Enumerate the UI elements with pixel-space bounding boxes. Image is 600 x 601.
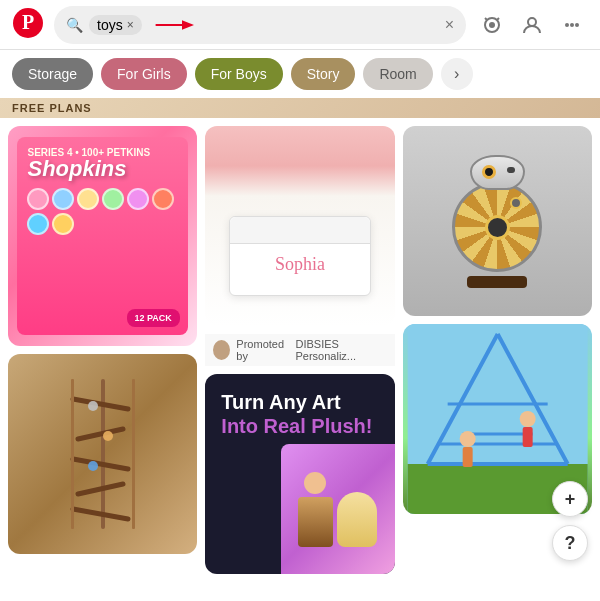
grid-item-shopkins[interactable]: SERIES 4 • 100+ PETKINS Shopkins 12 PACK bbox=[8, 126, 197, 346]
figure-1 bbox=[27, 188, 49, 210]
bb8-head bbox=[470, 155, 525, 190]
promoted-avatar bbox=[213, 340, 230, 360]
bb8-detail bbox=[510, 197, 522, 209]
svg-point-22 bbox=[88, 461, 98, 471]
svg-point-20 bbox=[88, 401, 98, 411]
figure-5 bbox=[127, 188, 149, 210]
filter-tag-story[interactable]: Story bbox=[291, 58, 356, 90]
sophia-label: Sophia bbox=[230, 254, 370, 275]
figure-4 bbox=[102, 188, 124, 210]
messages-icon[interactable] bbox=[556, 9, 588, 41]
svg-rect-18 bbox=[71, 379, 74, 529]
svg-point-21 bbox=[103, 431, 113, 441]
bb8-eye bbox=[482, 165, 496, 179]
svg-point-8 bbox=[528, 18, 536, 26]
profile-icon[interactable] bbox=[516, 9, 548, 41]
grid-item-plush-ad[interactable]: Turn Any Art Into Real Plush! bbox=[205, 374, 394, 574]
search-bar[interactable]: 🔍 toys × × bbox=[54, 6, 466, 44]
figure-8 bbox=[52, 213, 74, 235]
plush-figure bbox=[337, 492, 377, 547]
shopkins-badge: 12 PACK bbox=[127, 309, 180, 327]
plush-ad-highlight: Into Real Plush! bbox=[221, 415, 372, 437]
toy-box: Sophia bbox=[229, 216, 371, 296]
grid-item-bb8[interactable] bbox=[403, 126, 592, 316]
free-plans-banner: FREE PLANS bbox=[0, 98, 600, 118]
figure-2 bbox=[52, 188, 74, 210]
grid-item-marble-run[interactable] bbox=[8, 354, 197, 554]
fab-container: + ? bbox=[552, 481, 588, 561]
promoted-name: DIBSIES Personaliz... bbox=[296, 338, 387, 362]
svg-rect-34 bbox=[462, 447, 472, 467]
svg-line-13 bbox=[73, 399, 128, 409]
help-fab-button[interactable]: ? bbox=[552, 525, 588, 561]
lens-icon[interactable] bbox=[476, 9, 508, 41]
svg-rect-19 bbox=[132, 379, 135, 529]
bb8-base bbox=[467, 276, 527, 288]
figure-6 bbox=[152, 188, 174, 210]
header: P 🔍 toys × × bbox=[0, 0, 600, 50]
svg-text:P: P bbox=[22, 11, 34, 33]
svg-point-33 bbox=[459, 431, 475, 447]
grid-col-1: SERIES 4 • 100+ PETKINS Shopkins 12 PACK bbox=[8, 126, 197, 583]
plush-ad-image bbox=[281, 444, 395, 574]
toy-box-lid bbox=[230, 217, 370, 244]
search-tag-text: toys bbox=[97, 17, 123, 33]
search-icon: 🔍 bbox=[66, 17, 83, 33]
filter-more-button[interactable]: › bbox=[441, 58, 473, 90]
arrow-indicator bbox=[154, 15, 194, 35]
filter-row: Storage For Girls For Boys Story Room › bbox=[0, 50, 600, 98]
svg-line-5 bbox=[485, 18, 487, 20]
main-grid: SERIES 4 • 100+ PETKINS Shopkins 12 PACK bbox=[0, 118, 600, 591]
figure-7 bbox=[27, 213, 49, 235]
svg-point-10 bbox=[570, 23, 574, 27]
svg-line-6 bbox=[497, 18, 499, 20]
svg-rect-32 bbox=[522, 427, 532, 447]
bb8-center bbox=[485, 215, 510, 240]
bb8-body bbox=[452, 182, 542, 272]
pinterest-logo[interactable]: P bbox=[12, 7, 44, 43]
svg-marker-3 bbox=[182, 20, 194, 30]
header-icons bbox=[476, 9, 588, 41]
child-figure bbox=[298, 472, 333, 547]
svg-point-11 bbox=[575, 23, 579, 27]
promoted-text: Promoted by bbox=[236, 338, 289, 362]
filter-tag-storage[interactable]: Storage bbox=[12, 58, 93, 90]
grid-item-toy-box[interactable]: Sophia bbox=[205, 126, 394, 326]
search-tag[interactable]: toys × bbox=[89, 15, 142, 35]
svg-point-9 bbox=[565, 23, 569, 27]
svg-line-15 bbox=[73, 459, 128, 469]
svg-line-17 bbox=[73, 509, 128, 519]
svg-rect-12 bbox=[101, 379, 105, 529]
grid-col-2: Sophia Promoted by DIBSIES Personaliz...… bbox=[205, 126, 394, 583]
svg-line-14 bbox=[78, 429, 123, 439]
figure-3 bbox=[77, 188, 99, 210]
plush-ad-title: Turn Any Art Into Real Plush! bbox=[221, 390, 372, 438]
add-fab-button[interactable]: + bbox=[552, 481, 588, 517]
bb8-sensor bbox=[507, 167, 515, 173]
search-tag-close-icon[interactable]: × bbox=[127, 19, 134, 31]
bb8-assembly bbox=[452, 155, 542, 288]
filter-tag-for-girls[interactable]: For Girls bbox=[101, 58, 187, 90]
promoted-bar: Promoted by DIBSIES Personaliz... bbox=[205, 334, 394, 366]
filter-tag-room[interactable]: Room bbox=[363, 58, 432, 90]
svg-point-7 bbox=[489, 22, 495, 28]
shopkins-brand: Shopkins bbox=[27, 158, 126, 180]
filter-tag-for-boys[interactable]: For Boys bbox=[195, 58, 283, 90]
svg-line-16 bbox=[78, 484, 123, 494]
search-clear-icon[interactable]: × bbox=[445, 16, 454, 34]
svg-point-31 bbox=[519, 411, 535, 427]
